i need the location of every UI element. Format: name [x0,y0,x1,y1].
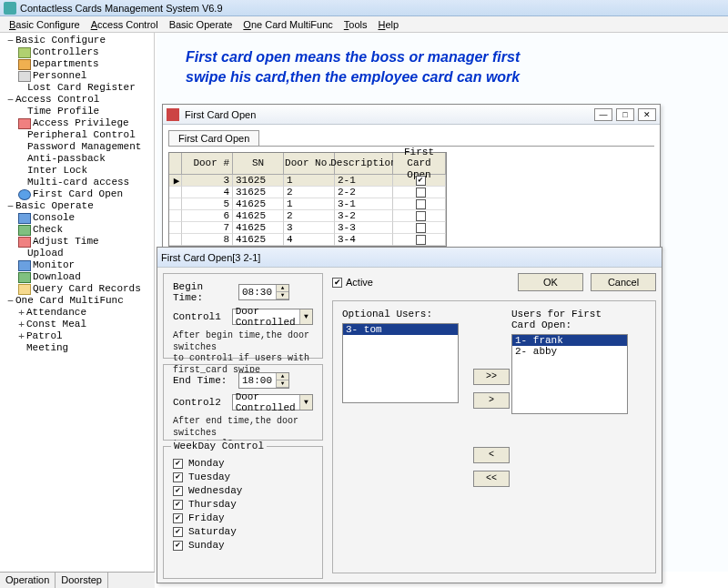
console-icon [18,213,31,224]
table-row[interactable]: 54162513-1 [169,198,446,210]
tree-anti-passback[interactable]: Anti-passback [27,153,106,165]
tab-first-card-open[interactable]: First Card Open [168,130,259,146]
menu-help[interactable]: Help [378,19,399,30]
tree-password-management[interactable]: Password Management [27,141,141,153]
control1-label: Control1 [173,311,227,322]
tab-operation[interactable]: Operation [0,573,56,588]
tree-inter-lock[interactable]: Inter Lock [27,165,87,177]
tree-time-profile[interactable]: Time Profile [27,106,99,117]
row-fco-checkbox[interactable] [416,223,426,233]
tree-console[interactable]: Console [33,212,75,224]
tree-basic-configure[interactable]: Basic Configure [15,35,106,46]
tree-personnel[interactable]: Personnel [33,70,86,82]
tree-meeting[interactable]: Meeting [26,342,68,354]
table-row[interactable]: ▶33162512-1 [169,175,446,187]
main-menubar: BBasic Configureasic Configure Access Co… [0,16,728,33]
table-row[interactable]: 64162523-2 [169,210,446,222]
tree-check[interactable]: Check [33,224,63,236]
tree-adjust-time[interactable]: Adjust Time [33,236,99,248]
departments-icon [18,59,31,70]
app-icon [4,2,16,15]
row-fco-checkbox[interactable] [416,176,426,186]
move-left-button[interactable]: < [473,447,510,463]
monitor-icon [18,260,31,271]
table-row[interactable]: 84162543-4 [169,234,446,246]
tree-download[interactable]: Download [33,271,81,283]
close-button[interactable]: ✕ [638,108,656,121]
thursday-checkbox[interactable] [173,500,183,510]
tab-doorstep[interactable]: Doorstep [56,573,108,588]
active-label: Active [346,277,373,288]
access-privilege-icon [18,118,31,129]
maximize-button[interactable]: □ [616,108,634,121]
tree-patrol[interactable]: Patrol [26,330,63,342]
menu-basic-operate[interactable]: Basic Operate [169,19,233,30]
download-icon [18,272,31,283]
adjust-time-icon [18,237,31,248]
control1-select[interactable]: Door Controlled▼ [232,309,313,325]
end-time-input[interactable]: 18:00▲▼ [238,372,289,389]
tree-one-card-multifunc[interactable]: One Card MultiFunc [15,295,124,307]
active-checkbox[interactable] [332,278,342,288]
tree-lost-card-register[interactable]: Lost Card Register [27,82,136,94]
first-card-open-edit-window: First Card Open[3 2-1] Begin Time: 08:30… [157,247,662,583]
table-row[interactable]: 43162522-2 [169,187,446,198]
col-description[interactable]: Description [335,153,393,175]
row-fco-checkbox[interactable] [416,188,426,198]
tree-monitor[interactable]: Monitor [33,259,75,271]
tree-upload[interactable]: Upload [27,248,64,259]
minimize-button[interactable]: — [594,108,612,121]
move-right-button[interactable]: > [473,392,510,409]
saturday-checkbox[interactable] [173,527,183,537]
tree-multi-card-access[interactable]: Multi-card access [27,177,129,188]
list-item[interactable]: 1- frank [512,335,627,346]
tree-controllers[interactable]: Controllers [33,46,99,58]
menu-tools[interactable]: Tools [344,19,368,30]
sunday-checkbox[interactable] [173,541,183,551]
end-time-label: End Time: [173,375,233,386]
table-row[interactable]: 74162533-3 [169,222,446,234]
wednesday-checkbox[interactable] [173,486,183,496]
tree-access-control[interactable]: Access Control [15,94,99,106]
menu-basic-configure[interactable]: BBasic Configureasic Configure [9,19,80,30]
ok-button[interactable]: OK [518,273,583,291]
control2-select[interactable]: Door Controlled▼ [232,394,313,411]
col-sn[interactable]: SN [233,153,284,175]
tree-departments[interactable]: Departments [33,58,99,70]
controllers-icon [18,47,31,58]
move-all-left-button[interactable]: << [473,471,510,487]
row-fco-checkbox[interactable] [416,235,426,245]
check-icon [18,225,31,236]
monday-checkbox[interactable] [173,459,183,469]
row-fco-checkbox[interactable] [416,199,426,209]
menu-one-card-multifunc[interactable]: One Card MultiFunc [243,19,332,30]
tree-access-privilege[interactable]: Access Privilege [33,117,129,129]
tree-query-card-records[interactable]: Query Card Records [33,283,141,295]
begin-time-input[interactable]: 08:30▲▼ [238,284,289,300]
tuesday-checkbox[interactable] [173,472,183,482]
tree-attendance[interactable]: Attendance [26,307,86,319]
tree-const-meal[interactable]: Const Meal [26,319,86,330]
move-all-right-button[interactable]: >> [473,369,510,385]
weekday-legend: WeekDay Control [171,441,267,451]
col-first-card-open[interactable]: First Card Open [393,153,446,175]
friday-checkbox[interactable] [173,513,183,523]
row-fco-checkbox[interactable] [416,211,426,221]
fco-users-list[interactable]: 1- frank 2- abby [511,334,628,414]
col-door-no[interactable]: Door No. [284,153,335,175]
list-item[interactable]: 3- tom [343,324,458,335]
doors-grid: Door # SN Door No. Description First Car… [168,152,447,247]
menu-access-control[interactable]: Access Control [91,19,158,30]
tree-first-card-open[interactable]: First Card Open [33,188,123,200]
tree-peripheral-control[interactable]: Peripheral Control [27,129,136,141]
optional-users-list[interactable]: 3- tom [342,323,459,403]
cancel-button[interactable]: Cancel [591,273,656,291]
list-item[interactable]: 2- abby [512,346,627,357]
tree-basic-operate[interactable]: Basic Operate [15,200,94,212]
nav-tree: −Basic Configure Controllers Departments… [0,33,155,572]
main-titlebar: Contactless Cards Management System V6.9 [0,0,728,16]
col-door-num[interactable]: Door # [182,153,233,175]
first-card-open-window: First Card Open — □ ✕ First Card Open Do… [162,104,661,249]
dialog-icon [167,108,179,121]
query-icon [18,284,31,295]
